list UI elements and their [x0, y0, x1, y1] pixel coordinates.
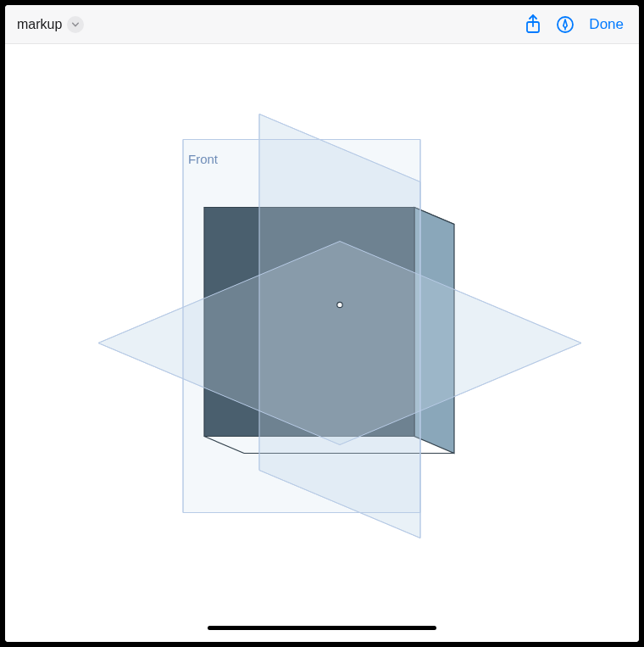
- toolbar: markup Done: [5, 5, 639, 44]
- title-dropdown-chevron[interactable]: [67, 16, 84, 33]
- side-plane-overlay: [259, 114, 420, 538]
- markup-pen-button[interactable]: [553, 13, 577, 36]
- done-button[interactable]: Done: [586, 14, 627, 35]
- chevron-down-icon: [71, 20, 80, 29]
- app-title: markup: [17, 17, 62, 32]
- origin-marker: [337, 302, 342, 307]
- front-plane-label: Front: [188, 152, 218, 166]
- share-icon: [525, 14, 541, 35]
- viewport-canvas[interactable]: Front: [5, 44, 639, 642]
- toolbar-left: markup: [17, 16, 84, 33]
- cad-scene: [5, 44, 639, 642]
- share-button[interactable]: [521, 13, 545, 36]
- markup-pen-icon: [556, 15, 575, 34]
- app-window: markup Done: [5, 5, 639, 642]
- home-indicator: [208, 626, 436, 630]
